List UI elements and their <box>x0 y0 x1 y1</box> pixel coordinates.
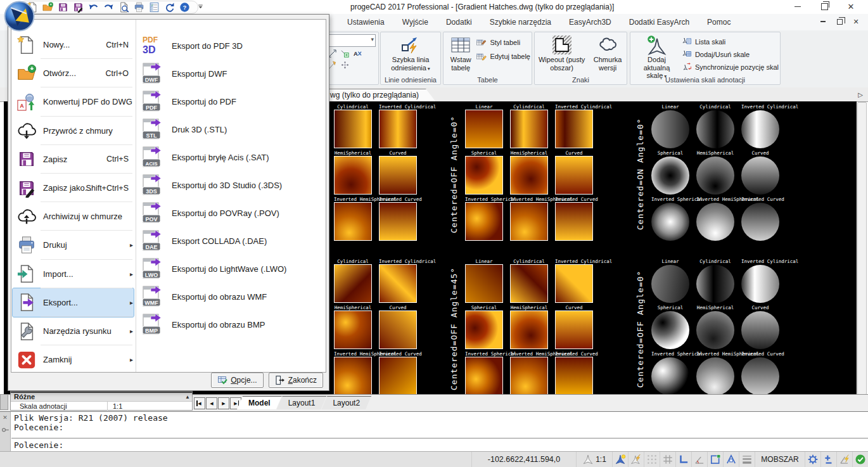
qat-refresh-icon[interactable] <box>164 2 175 13</box>
svg-text:POV: POV <box>145 216 157 222</box>
qat-print-preview-icon[interactable] <box>118 2 129 13</box>
qat-undo-icon[interactable] <box>88 2 99 13</box>
qat-overflow-icon[interactable] <box>196 3 205 11</box>
coordinates-display[interactable]: -102.6622,411.594,0 <box>471 452 576 467</box>
layout-nav-prev-icon[interactable]: ◀ <box>206 397 217 409</box>
insert-table-button[interactable]: Wstaw tabelę <box>447 34 474 73</box>
finish-button[interactable]: Zakończ <box>269 373 323 388</box>
properties-section-header[interactable]: Różne ▲ <box>11 392 192 401</box>
export-submenu-item-eksportuj-bryłę-acis-sat[interactable]: ACISEksportuj bryłę Acis (.SAT) <box>139 143 324 171</box>
table-style-button[interactable]: Styl tabeli <box>476 37 530 48</box>
ribbon-tab-easyarch3d[interactable]: EasyArch3D <box>560 14 620 30</box>
export-submenu-item-eksportuj-do-povray-pov[interactable]: POVEksportuj do POVRay (.POV) <box>139 199 324 227</box>
layout-tab-model[interactable]: Model <box>237 396 282 409</box>
tab-scroll-right-icon[interactable]: ▷ <box>856 90 865 99</box>
qat-help-icon[interactable]: ? <box>179 2 190 13</box>
layout-tab-layout2[interactable]: Layout2 <box>321 396 371 409</box>
export-submenu-item-druk-3d-stl[interactable]: STLDruk 3D (.STL) <box>139 115 324 143</box>
options-button[interactable]: Opcje... <box>211 373 263 388</box>
ok-check-button[interactable] <box>852 452 868 467</box>
mode-toggle[interactable]: MOBSZAR <box>755 452 805 467</box>
annotation-scale-control[interactable]: 1:1 <box>576 452 612 467</box>
qat-options-list-icon[interactable] <box>149 2 160 13</box>
wipeout-button[interactable]: Wipeout (pusty obszar) <box>536 34 587 73</box>
dimension-style-combo[interactable] <box>328 34 376 47</box>
ribbon-tab-dodatki-easyarch[interactable]: Dodatki EasyArch <box>620 14 698 30</box>
export-submenu-item-eksport-do-pdf-3d[interactable]: PDF3DEksport do PDF 3D <box>139 32 324 60</box>
esnap-toggle[interactable] <box>723 452 739 467</box>
doc-restore-button[interactable] <box>835 17 844 26</box>
ribbon-tab-ustawienia[interactable]: Ustawienia <box>338 14 393 30</box>
add-remove-scales-button[interactable]: Dodaj/Usuń skale <box>682 49 779 60</box>
file-menu-item-drukuj[interactable]: Drukuj <box>13 231 134 259</box>
annotation-visibility-toggle[interactable] <box>612 452 628 467</box>
file-menu-item-przywróć-z-chmury[interactable]: Przywróć z chmury <box>13 117 134 145</box>
layout-nav-next-icon[interactable]: ▶ <box>218 397 229 409</box>
property-value[interactable]: 1:1 <box>108 402 122 411</box>
export-submenu-item-eksportuj-do-3d-studio-3ds[interactable]: 3DSEksportuj do 3D Studio (.3DS) <box>139 171 324 199</box>
sync-scale-positions-button[interactable]: Synchronizuje pozycję skal <box>682 62 779 72</box>
qat-open-file-icon[interactable] <box>42 2 53 13</box>
file-menu-item-import[interactable]: Import... <box>13 260 134 288</box>
osnap-toggle[interactable] <box>707 452 723 467</box>
minimize-button[interactable] <box>784 0 811 13</box>
file-menu-item-otwórz[interactable]: Otwórz...Ctrl+O <box>13 59 134 87</box>
hatch-swatch <box>651 357 689 394</box>
file-menu-item-eksport[interactable]: Eksport... <box>13 288 134 317</box>
hatch-sample-inverted-cylindrical: Inverted Cylindrical <box>379 259 417 303</box>
file-menu-item-zapisz[interactable]: ZapiszCtrl+S <box>13 145 134 174</box>
spark-angle-button[interactable] <box>836 452 852 467</box>
gear-button[interactable] <box>805 452 820 467</box>
export-submenu-item-eksportuj-dwf[interactable]: DWFEksportuj DWF <box>139 60 324 87</box>
collapse-up-icon[interactable]: ▲ <box>185 393 190 400</box>
qat-print-icon[interactable] <box>134 2 144 13</box>
vertical-scrollbar[interactable] <box>857 102 867 395</box>
file-menu-item-zapisz-jako[interactable]: Zapisz jako...Shift+Ctrl+S <box>13 174 134 202</box>
doc-close-button[interactable]: ✕ <box>852 17 860 26</box>
ribbon-tab-szybkie-narzędzia[interactable]: Szybkie narzędzia <box>481 14 560 30</box>
grid-toggle[interactable] <box>660 452 675 467</box>
eksport-icon <box>17 293 36 312</box>
restore-button[interactable] <box>811 0 838 13</box>
qat-save-icon[interactable] <box>58 2 68 13</box>
polar-toggle[interactable] <box>691 452 707 467</box>
quick-plus-button[interactable] <box>820 452 836 467</box>
app-logo[interactable] <box>4 1 35 32</box>
ribbon-tab-dodatki[interactable]: Dodatki <box>437 14 481 30</box>
export-submenu-item-eksportuj-do-lightwave-lwo[interactable]: LWOEksportuj do LightWave (.LWO) <box>139 255 324 283</box>
add-dimension-icon[interactable] <box>340 49 350 58</box>
ortho-toggle[interactable] <box>675 452 691 467</box>
layout-tab-layout1[interactable]: Layout1 <box>277 396 327 409</box>
file-menu-item-nowy[interactable]: Nowy...Ctrl+N <box>13 30 134 59</box>
edit-table-button[interactable]: Edytuj tabelę <box>476 51 530 61</box>
quick-leader-button[interactable]: Szybka linia odniesienia <box>382 34 439 73</box>
file-menu-item-archiwizuj-w-chmurze[interactable]: Archiwizuj w chmurze <box>13 202 134 231</box>
command-pin-icon[interactable] <box>1 426 10 434</box>
document-tab[interactable]: wg (tylko do przeglądania) <box>326 89 436 102</box>
annotation-autoscale-toggle[interactable] <box>628 452 644 467</box>
hatch-sample-spherical: Spherical <box>651 305 689 349</box>
file-menu-item-zamknij[interactable]: Zamknij <box>13 345 134 374</box>
lineweight-toggle[interactable] <box>739 452 755 467</box>
ribbon-tab-wyjście[interactable]: Wyjście <box>393 14 437 30</box>
add-current-scale-button[interactable]: Dodaj aktualną skalę <box>634 34 679 73</box>
export-submenu-item-eksportuj-do-obrazu-wmf[interactable]: WMFEksportuj do obrazu WMF <box>139 283 324 310</box>
close-button[interactable]: ✕ <box>838 0 864 13</box>
qat-redo-icon[interactable] <box>103 2 114 13</box>
command-input[interactable]: Polecenie: <box>14 440 63 450</box>
scale-list-button[interactable]: Lista skali <box>682 37 779 47</box>
coordinate-icon[interactable] <box>340 60 350 70</box>
qat-save-as-icon[interactable] <box>73 2 84 13</box>
revision-cloud-button[interactable]: Chmurka wersji <box>590 34 625 73</box>
doc-minimize-button[interactable] <box>819 17 827 26</box>
ribbon-tab-pomoc[interactable]: Pomoc <box>698 14 739 30</box>
file-menu-item-konwertuj-pdf-do-dwg[interactable]: AKonwertuj PDF do DWG <box>13 87 134 116</box>
export-submenu-item-eksport-collada-dae[interactable]: DAEEksport COLLADA (.DAE) <box>139 227 324 255</box>
snap-toggle[interactable] <box>644 452 660 467</box>
export-submenu-item-eksportuj-do-pdf[interactable]: PDFEksportuj do PDF <box>139 87 324 115</box>
command-close-icon[interactable]: ✕ <box>0 414 10 421</box>
file-menu-item-narzędzia-rysunku[interactable]: Narzędzia rysunku <box>13 317 134 345</box>
layout-nav-first-icon[interactable]: ◀ <box>194 397 205 409</box>
text-strike-icon[interactable]: A <box>353 49 362 58</box>
export-submenu-item-eksportuj-do-obrazu-bmp[interactable]: BMPEksportuj do obrazu BMP <box>139 310 324 338</box>
